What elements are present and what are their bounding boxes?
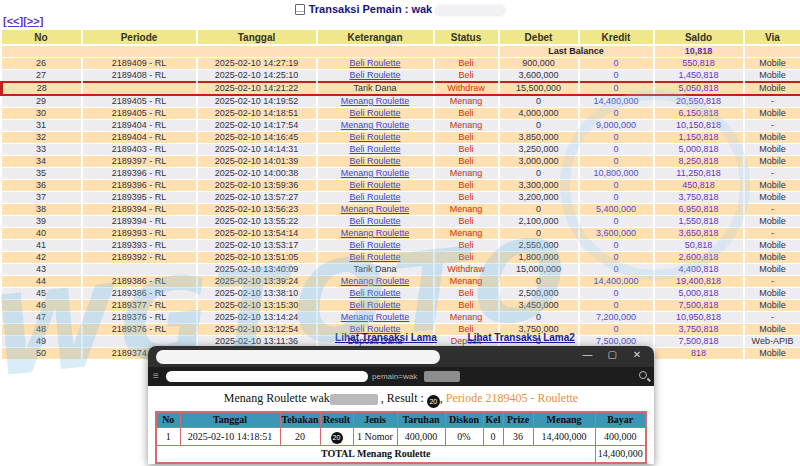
keterangan-link[interactable]: Beli Roulette <box>349 300 400 310</box>
cell-no: 29 <box>2 95 82 108</box>
cell-saldo: 10,150,818 <box>654 120 744 132</box>
table-row: 262189409 - RL2025-02-10 14:27:19Beli Ro… <box>2 58 800 70</box>
column-header-debet: Debet <box>499 30 579 45</box>
table-row: 422189392 - RL2025-02-10 13:51:05Beli Ro… <box>2 252 800 264</box>
keterangan-link[interactable]: Menang Roulette <box>341 228 410 238</box>
next-page-link[interactable]: [>>] <box>23 15 43 27</box>
cell-saldo: 5,000,818 <box>654 288 744 300</box>
cell-status: Menang <box>434 168 499 180</box>
table-row: 302189405 - RL2025-02-10 14:18:51Beli Ro… <box>2 108 800 120</box>
maximize-button[interactable]: ▢ <box>601 349 623 360</box>
keterangan-link[interactable]: Menang Roulette <box>341 312 410 322</box>
keterangan-link[interactable]: Beli Roulette <box>349 132 400 142</box>
zoom-icon[interactable] <box>639 371 647 379</box>
table-row: 342189397 - RL2025-02-10 14:01:39Beli Ro… <box>2 156 800 168</box>
cell-result: 20 <box>320 427 353 445</box>
column-header-tanggal: Tanggal <box>197 30 317 45</box>
minimize-button[interactable]: — <box>576 349 598 360</box>
keterangan-link[interactable]: Menang Roulette <box>341 276 410 286</box>
cell-via: - <box>744 276 800 288</box>
cell-saldo: 19,400,818 <box>654 276 744 288</box>
transactions-body: 262189409 - RL2025-02-10 14:27:19Beli Ro… <box>2 58 800 360</box>
result-column-header-menang: Menang <box>533 412 595 427</box>
cell-no: 32 <box>2 132 82 144</box>
cell-keterangan: Beli Roulette <box>317 70 434 83</box>
cell-periode: 2189394 - RL <box>82 204 197 216</box>
cell-status: Beli <box>434 58 499 70</box>
result-heading-mid: , Result : <box>378 391 427 405</box>
browser-tab-censored[interactable] <box>156 350 440 364</box>
cell-prize: 36 <box>503 427 533 445</box>
result-popup-window: — ▢ ✕ ≡ pemain=wak Menang Roulette wak ,… <box>148 346 654 464</box>
cell-debet: 3,600,000 <box>499 70 579 83</box>
table-row: 412189393 - RL2025-02-10 13:53:17Beli Ro… <box>2 240 800 252</box>
table-row: 292189405 - RL2025-02-10 14:19:52Menang … <box>2 95 800 108</box>
keterangan-link[interactable]: Beli Roulette <box>349 288 400 298</box>
keterangan-link[interactable]: Beli Roulette <box>349 192 400 202</box>
cell-tanggal: 2025-02-10 14:01:39 <box>197 156 317 168</box>
keterangan-link[interactable]: Beli Roulette <box>349 70 400 80</box>
keterangan-link[interactable]: Beli Roulette <box>349 108 400 118</box>
lihat-transaksi-lama-link[interactable]: Lihat Transaksi Lama <box>335 332 437 343</box>
lihat-transaksi-lama2-link[interactable]: Lihat Transaksi Lama2 <box>468 332 575 343</box>
cell-tanggal: 2025-02-10 13:14:24 <box>197 312 317 324</box>
cell-kredit: 7,200,000 <box>579 312 654 324</box>
last-balance-row: Last Balance 10,818 <box>2 45 800 58</box>
cell-no: 37 <box>2 192 82 204</box>
keterangan-link[interactable]: Beli Roulette <box>349 58 400 68</box>
cell-kredit: 0 <box>579 216 654 228</box>
cell-status: Beli <box>434 288 499 300</box>
cell-debet: 2,550,000 <box>499 240 579 252</box>
cell-tanggal: 2025-02-10 13:40:09 <box>197 264 317 276</box>
cell-tanggal: 2025-02-10 13:15:30 <box>197 300 317 312</box>
cell-kredit: 14,400,000 <box>579 276 654 288</box>
popup-titlebar[interactable]: — ▢ ✕ <box>148 346 654 367</box>
cell-periode: 2189397 - RL <box>82 156 197 168</box>
close-button[interactable]: ✕ <box>626 349 648 360</box>
cell-no: 45 <box>2 288 82 300</box>
total-value: 14,400,000 <box>595 445 646 463</box>
cell-via: - <box>744 95 800 108</box>
cell-status: Menang <box>434 276 499 288</box>
keterangan-link[interactable]: Menang Roulette <box>341 96 410 106</box>
cell-jenis: 1 Nomor <box>353 427 397 445</box>
cell-via: Mobile <box>744 300 800 312</box>
tab-list-icon[interactable]: ≡ <box>153 371 159 381</box>
cell-via: - <box>744 204 800 216</box>
cell-periode: 2189396 - RL <box>82 180 197 192</box>
keterangan-link[interactable]: Beli Roulette <box>349 180 400 190</box>
cell-keterangan: Beli Roulette <box>317 58 434 70</box>
cell-tanggal: 2025-02-10 13:54:14 <box>197 228 317 240</box>
cell-via: Mobile <box>744 240 800 252</box>
cell-saldo: 7,500,818 <box>654 300 744 312</box>
cell-kredit: 9,000,000 <box>579 120 654 132</box>
cell-status: Menang <box>434 120 499 132</box>
cell-keterangan: Menang Roulette <box>317 168 434 180</box>
keterangan-link[interactable]: Menang Roulette <box>341 204 410 214</box>
cell-tanggal: 2025-02-10 13:39:24 <box>197 276 317 288</box>
cell-debet: 0 <box>499 204 579 216</box>
cell-debet: 900,000 <box>499 58 579 70</box>
cell-periode: 2189404 - RL <box>82 132 197 144</box>
cell-kredit: 3,600,000 <box>579 228 654 240</box>
window-controls: — ▢ ✕ <box>576 349 648 360</box>
cell-debet: 2,500,000 <box>499 288 579 300</box>
result-column-header-jenis: Jenis <box>353 412 397 427</box>
result-heading: Menang Roulette wak , Result : 20, Perio… <box>148 386 654 408</box>
cell-kredit: 0 <box>579 264 654 276</box>
keterangan-link[interactable]: Beli Roulette <box>349 144 400 154</box>
cell-no: 1 <box>156 427 180 445</box>
column-header-kredit: Kredit <box>579 30 654 45</box>
keterangan-link[interactable]: Beli Roulette <box>349 252 400 262</box>
keterangan-link[interactable]: Menang Roulette <box>341 120 410 130</box>
keterangan-link[interactable]: Beli Roulette <box>349 216 400 226</box>
result-heading-periode: Periode 2189405 - Roulette <box>446 391 578 405</box>
address-input-censored[interactable] <box>166 371 368 382</box>
cell-kredit: 0 <box>579 82 654 95</box>
keterangan-link[interactable]: Menang Roulette <box>341 168 410 178</box>
prev-page-link[interactable]: [<<] <box>3 15 23 27</box>
cell-via: - <box>744 168 800 180</box>
keterangan-link[interactable]: Beli Roulette <box>349 156 400 166</box>
cell-periode: 2189392 - RL <box>82 252 197 264</box>
keterangan-link[interactable]: Beli Roulette <box>349 240 400 250</box>
